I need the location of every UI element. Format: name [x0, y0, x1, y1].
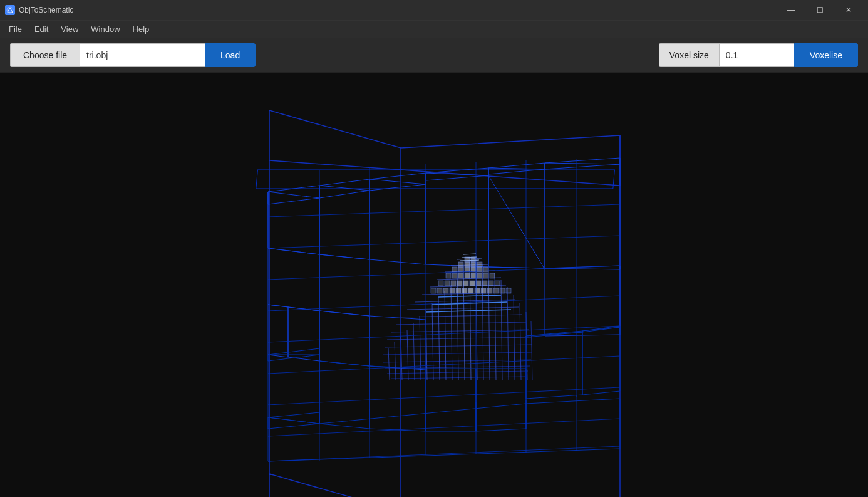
svg-rect-83 [456, 288, 461, 293]
svg-rect-65 [471, 273, 476, 278]
app-icon [5, 5, 15, 15]
3d-scene [0, 73, 868, 497]
window-title: ObjToSchematic [19, 6, 777, 14]
menu-window[interactable]: Window [85, 22, 126, 36]
svg-rect-55 [452, 267, 457, 272]
svg-rect-88 [487, 288, 492, 293]
svg-rect-53 [471, 262, 476, 267]
svg-rect-78 [495, 281, 500, 286]
svg-rect-90 [500, 288, 505, 293]
svg-rect-89 [493, 288, 499, 293]
menu-edit[interactable]: Edit [28, 22, 54, 36]
svg-rect-66 [477, 273, 482, 278]
svg-rect-63 [458, 273, 463, 278]
svg-rect-69 [438, 281, 443, 286]
voxel-size-label: Voxel size [659, 43, 719, 67]
svg-rect-64 [465, 273, 470, 278]
svg-rect-57 [465, 267, 470, 272]
svg-rect-2 [0, 73, 868, 497]
menu-view[interactable]: View [54, 22, 85, 36]
svg-rect-70 [445, 281, 450, 286]
minimize-button[interactable]: — [777, 0, 805, 20]
file-controls: Choose file Load [10, 43, 659, 67]
svg-rect-51 [458, 262, 463, 267]
svg-rect-61 [446, 273, 451, 278]
toolbar: Choose file Load Voxel size Voxelise [0, 38, 868, 73]
svg-rect-54 [477, 262, 482, 267]
menu-bar: File Edit View Window Help [0, 20, 868, 38]
svg-rect-76 [482, 281, 487, 286]
svg-rect-62 [452, 273, 457, 278]
svg-rect-85 [468, 288, 473, 293]
svg-rect-91 [506, 288, 511, 293]
menu-file[interactable]: File [3, 22, 28, 36]
title-bar: ObjToSchematic — ☐ ✕ [0, 0, 868, 20]
svg-rect-72 [457, 281, 462, 286]
window-controls: — ☐ ✕ [777, 0, 863, 20]
choose-file-button[interactable]: Choose file [10, 43, 80, 67]
load-button[interactable]: Load [205, 43, 256, 67]
svg-rect-87 [481, 288, 486, 293]
svg-rect-79 [431, 288, 436, 293]
svg-rect-86 [475, 288, 480, 293]
svg-rect-84 [462, 288, 467, 293]
menu-help[interactable]: Help [127, 22, 156, 36]
voxelise-button[interactable]: Voxelise [794, 43, 858, 67]
svg-rect-82 [450, 288, 455, 293]
svg-rect-67 [483, 273, 488, 278]
viewport[interactable] [0, 73, 868, 497]
maximize-button[interactable]: ☐ [805, 0, 834, 20]
svg-rect-80 [437, 288, 442, 293]
svg-rect-71 [451, 281, 456, 286]
svg-rect-73 [463, 281, 468, 286]
svg-rect-56 [458, 267, 463, 272]
svg-rect-74 [470, 281, 475, 286]
file-path-input[interactable] [80, 43, 205, 67]
voxel-size-input[interactable] [719, 43, 794, 67]
close-button[interactable]: ✕ [834, 0, 863, 20]
svg-rect-75 [476, 281, 481, 286]
svg-rect-52 [465, 262, 470, 267]
svg-rect-50 [471, 257, 476, 262]
voxel-controls: Voxel size Voxelise [659, 43, 858, 67]
svg-rect-81 [443, 288, 448, 293]
svg-rect-68 [490, 273, 495, 278]
svg-rect-77 [488, 281, 493, 286]
